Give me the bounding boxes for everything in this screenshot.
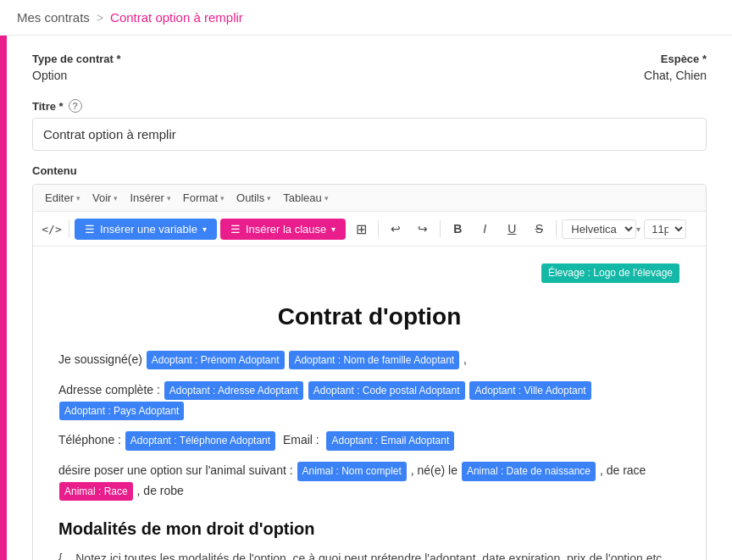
menu-format[interactable]: Format ▾ xyxy=(178,188,230,208)
menu-inserer-chevron: ▾ xyxy=(167,194,171,202)
espece-group: Espèce * Chat, Chien xyxy=(644,53,707,82)
contract-main-title: Contrat d'option xyxy=(58,298,680,336)
menu-outils-label: Outils xyxy=(236,191,264,204)
editor-wrapper: Editer ▾ Voir ▾ Insérer ▾ Format xyxy=(32,184,707,560)
espece-value: Chat, Chien xyxy=(644,69,707,82)
titre-label-text: Titre * xyxy=(32,100,64,113)
animal-nom-tag: Animal : Nom complet xyxy=(297,462,407,480)
menu-editer[interactable]: Editer ▾ xyxy=(40,188,86,208)
menu-tableau[interactable]: Tableau ▾ xyxy=(278,188,334,208)
left-accent-bar xyxy=(0,36,7,560)
adoptant-pays-tag: Adoptant : Pays Adoptant xyxy=(59,402,184,420)
toolbar-bar: </> ☰ Insérer une variable ▾ ☰ Insérer l… xyxy=(33,212,706,247)
menu-inserer-label: Insérer xyxy=(130,191,164,204)
contract-type-value: Option xyxy=(32,69,121,82)
menu-format-chevron: ▾ xyxy=(220,194,225,202)
insert-var-chevron: ▾ xyxy=(202,225,207,234)
menu-outils-chevron: ▾ xyxy=(267,194,271,202)
breadcrumb-current: Contrat option à remplir xyxy=(110,10,243,25)
paragraph-desire: désire poser une option sur l'animal sui… xyxy=(58,461,680,502)
breadcrumb-separator: > xyxy=(97,11,103,25)
undo-button[interactable]: ↩ xyxy=(384,217,408,241)
menu-outils[interactable]: Outils ▾ xyxy=(231,188,276,208)
insert-clause-chevron: ▾ xyxy=(331,225,336,234)
titre-label-row: Titre * ? xyxy=(32,99,707,113)
animal-ddn-tag: Animal : Date de naissance xyxy=(462,462,596,480)
nee-text: , né(e) le xyxy=(411,463,458,477)
je-soussigne-text: Je soussigné(e) xyxy=(58,352,142,366)
toolbar-divider-4 xyxy=(556,220,557,237)
insert-clause-button[interactable]: ☰ Insérer la clause ▾ xyxy=(220,219,346,240)
menu-voir-label: Voir xyxy=(92,191,111,204)
adoptant-nom-tag: Adoptant : Nom de famille Adoptant xyxy=(289,351,459,369)
menu-voir[interactable]: Voir ▾ xyxy=(87,188,123,208)
italic-button[interactable]: I xyxy=(473,217,496,241)
adoptant-email-tag: Adoptant : Email Adoptant xyxy=(326,431,454,450)
table-icon: ⊞ xyxy=(356,221,367,237)
adoptant-cp-tag: Adoptant : Code postal Adoptant xyxy=(308,381,465,400)
content-section: Contenu Editer ▾ Voir ▾ Insérer xyxy=(32,164,707,560)
adoptant-prenom-tag: Adoptant : Prénom Adoptant xyxy=(147,351,285,369)
telephone-label-text: Téléphone : xyxy=(58,433,121,446)
font-dropdown-arrow: ▾ xyxy=(636,225,640,234)
comma-1: , xyxy=(463,352,467,366)
editor-content[interactable]: Élevage : Logo de l'élevage Contrat d'op… xyxy=(33,247,706,560)
adoptant-adresse-tag: Adoptant : Adresse Adoptant xyxy=(164,381,303,400)
elevage-tag-row: Élevage : Logo de l'élevage xyxy=(58,263,680,290)
animal-race-tag: Animal : Race xyxy=(59,482,133,501)
breadcrumb: Mes contrats > Contrat option à remplir xyxy=(0,0,732,36)
desire-text: désire poser une option sur l'animal sui… xyxy=(58,463,293,477)
menu-tableau-chevron: ▾ xyxy=(324,194,329,202)
insert-clause-label: Insérer la clause xyxy=(246,223,326,236)
content-label: Contenu xyxy=(32,164,707,177)
strikethrough-button[interactable]: S xyxy=(527,217,551,241)
underline-button[interactable]: U xyxy=(500,217,524,241)
email-label-text: Email : xyxy=(280,433,323,446)
contract-type-group: Type de contrat * Option xyxy=(32,53,121,82)
code-view-button[interactable]: </> xyxy=(40,217,64,241)
font-select[interactable]: Helvetica xyxy=(562,219,636,239)
paragraph-adresse: Adresse complète : Adoptant : Adresse Ad… xyxy=(58,380,680,421)
menu-format-label: Format xyxy=(183,191,218,204)
redo-button[interactable]: ↪ xyxy=(411,217,435,241)
paragraph-telephone: Téléphone : Adoptant : Téléphone Adoptan… xyxy=(58,430,680,451)
insert-variable-label: Insérer une variable xyxy=(100,223,197,236)
modalites-heading: Modalités de mon droit d'option xyxy=(58,515,680,542)
de-race-text: , de race xyxy=(600,463,646,477)
elevage-tag: Élevage : Logo de l'élevage xyxy=(541,263,679,283)
menu-editer-label: Editer xyxy=(45,191,74,204)
modalites-text: {... Notez ici toutes les modalités de l… xyxy=(58,549,680,560)
paragraph-soussigne: Je soussigné(e) Adoptant : Prénom Adopta… xyxy=(58,350,680,370)
bold-button[interactable]: B xyxy=(446,217,469,241)
espece-label: Espèce * xyxy=(644,53,707,65)
menu-inserer[interactable]: Insérer ▾ xyxy=(125,188,175,208)
adoptant-telephone-tag: Adoptant : Téléphone Adoptant xyxy=(125,431,275,450)
contract-type-label: Type de contrat * xyxy=(32,53,121,65)
toolbar-divider-3 xyxy=(440,220,441,237)
menu-voir-chevron: ▾ xyxy=(114,194,118,202)
titre-input[interactable] xyxy=(32,118,707,151)
insert-clause-icon: ☰ xyxy=(230,223,241,236)
menu-editer-chevron: ▾ xyxy=(76,194,80,202)
toolbar-divider-1 xyxy=(69,220,69,237)
adresse-label-text: Adresse complète : xyxy=(58,383,160,396)
toolbar-divider-2 xyxy=(378,220,379,237)
insert-var-icon: ☰ xyxy=(85,223,95,236)
contract-type-row: Type de contrat * Option Espèce * Chat, … xyxy=(32,53,707,82)
insert-variable-button[interactable]: ☰ Insérer une variable ▾ xyxy=(75,219,217,240)
size-select[interactable]: 11pt xyxy=(644,219,686,239)
breadcrumb-parent[interactable]: Mes contrats xyxy=(17,10,90,25)
adoptant-ville-tag: Adoptant : Ville Adoptant xyxy=(469,381,591,400)
help-icon[interactable]: ? xyxy=(69,99,82,113)
de-robe-text: , de robe xyxy=(137,484,184,497)
menu-bar: Editer ▾ Voir ▾ Insérer ▾ Format xyxy=(33,185,706,212)
table-insert-button[interactable]: ⊞ xyxy=(349,217,373,241)
menu-tableau-label: Tableau xyxy=(283,191,322,204)
titre-section: Titre * ? xyxy=(32,99,707,151)
